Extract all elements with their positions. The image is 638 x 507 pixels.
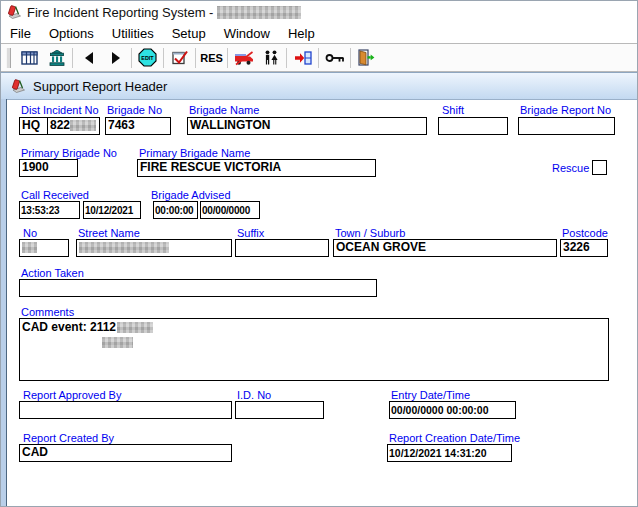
postcode-label: Postcode — [562, 227, 608, 239]
id-no-label: I.D. No — [237, 389, 271, 401]
brigade-name-label: Brigade Name — [189, 104, 259, 116]
brigade-report-no-label: Brigade Report No — [520, 104, 611, 116]
brigade-advised-time-field[interactable]: 00:00:00 — [153, 201, 198, 219]
report-creation-datetime-label: Report Creation Date/Time — [389, 432, 520, 444]
support-report-header-form: Dist HQ Incident No 822 Brigade No 7463 … — [1, 1, 637, 506]
brigade-name-field[interactable]: WALLINGTON — [187, 117, 427, 135]
brigade-no-label: Brigade No — [107, 104, 162, 116]
report-approved-by-label: Report Approved By — [23, 389, 121, 401]
brigade-report-no-field[interactable] — [518, 117, 615, 135]
street-name-field[interactable] — [76, 239, 232, 257]
comments-redaction-2 — [102, 337, 133, 348]
primary-brigade-no-field[interactable]: 1900 — [19, 159, 78, 177]
action-taken-label: Action Taken — [21, 267, 84, 279]
primary-brigade-no-label: Primary Brigade No — [21, 147, 117, 159]
rescue-label: Rescue — [552, 162, 589, 174]
id-no-field[interactable] — [235, 401, 324, 419]
street-name-redaction — [79, 242, 169, 253]
comments-value: CAD event: 2112 — [22, 320, 116, 334]
suffix-label: Suffix — [237, 227, 264, 239]
incident-no-value: 822 — [50, 118, 70, 132]
postcode-field[interactable]: 3226 — [560, 239, 608, 257]
shift-label: Shift — [442, 104, 464, 116]
comments-line-2 — [22, 335, 606, 350]
shift-field[interactable] — [438, 117, 508, 135]
brigade-no-field[interactable]: 7463 — [105, 117, 171, 135]
incident-no-field[interactable]: 822 — [47, 117, 100, 135]
town-suburb-label: Town / Suburb — [335, 227, 405, 239]
primary-brigade-name-field[interactable]: FIRE RESCUE VICTORIA — [137, 159, 376, 177]
report-approved-by-field[interactable] — [19, 401, 232, 419]
report-created-by-field[interactable]: CAD — [19, 444, 232, 462]
action-taken-field[interactable] — [19, 279, 377, 297]
suffix-field[interactable] — [235, 239, 329, 257]
rescue-checkbox[interactable] — [592, 160, 607, 175]
call-received-date-field[interactable]: 10/12/2021 — [83, 201, 141, 219]
street-no-redaction — [22, 242, 37, 253]
incident-no-redaction — [70, 120, 96, 131]
call-received-label: Call Received — [21, 189, 89, 201]
brigade-advised-date-field[interactable]: 00/00/0000 — [200, 201, 260, 219]
app-window: { "app": { "title": "Fire Incident Repor… — [0, 0, 638, 507]
report-created-by-label: Report Created By — [23, 432, 114, 444]
brigade-advised-label: Brigade Advised — [151, 189, 231, 201]
entry-datetime-field[interactable]: 00/00/0000 00:00:00 — [389, 401, 516, 419]
street-no-field[interactable] — [19, 239, 69, 257]
street-no-label: No — [23, 227, 37, 239]
primary-brigade-name-label: Primary Brigade Name — [139, 147, 250, 159]
comments-redaction-1 — [117, 322, 153, 333]
comments-line-1: CAD event: 2112 — [22, 320, 606, 335]
report-creation-datetime-field[interactable]: 10/12/2021 14:31:20 — [387, 444, 512, 462]
incident-no-label: Incident No — [43, 104, 99, 116]
call-received-time-field[interactable]: 13:53:23 — [19, 201, 80, 219]
entry-datetime-label: Entry Date/Time — [391, 389, 470, 401]
town-suburb-field[interactable]: OCEAN GROVE — [333, 239, 557, 257]
street-name-label: Street Name — [78, 227, 140, 239]
dist-field[interactable]: HQ — [19, 117, 49, 135]
comments-label: Comments — [21, 306, 74, 318]
comments-field[interactable]: CAD event: 2112 — [19, 318, 609, 381]
dist-label: Dist — [21, 104, 40, 116]
